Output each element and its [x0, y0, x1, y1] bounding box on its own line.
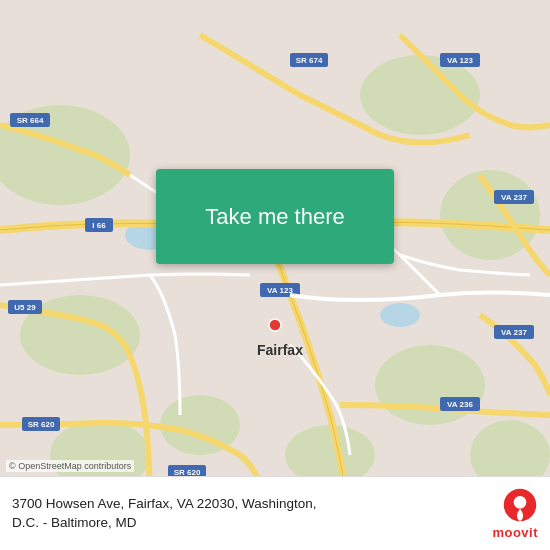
svg-text:VA 123: VA 123 [267, 286, 293, 295]
take-me-there-button[interactable]: Take me there [156, 169, 394, 264]
svg-text:VA 237: VA 237 [501, 193, 527, 202]
svg-text:VA 236: VA 236 [447, 400, 473, 409]
svg-point-11 [380, 303, 420, 327]
moovit-icon [502, 487, 538, 523]
moovit-text: moovit [492, 525, 538, 540]
address-text: 3700 Howsen Ave, Fairfax, VA 22030, Wash… [12, 495, 482, 533]
svg-text:Fairfax: Fairfax [257, 342, 303, 358]
svg-text:SR 620: SR 620 [28, 420, 55, 429]
svg-text:SR 674: SR 674 [296, 56, 323, 65]
svg-point-39 [514, 496, 527, 509]
map-attribution: © OpenStreetMap contributors [6, 460, 134, 472]
map-container: I 66 I 66 VA 123 SR 674 SR 664 VA 123 VA… [0, 0, 550, 550]
info-bar: 3700 Howsen Ave, Fairfax, VA 22030, Wash… [0, 476, 550, 550]
svg-text:U5 29: U5 29 [14, 303, 36, 312]
svg-text:I 66: I 66 [92, 221, 106, 230]
moovit-logo[interactable]: moovit [492, 487, 538, 540]
svg-point-37 [269, 319, 281, 331]
svg-text:VA 123: VA 123 [447, 56, 473, 65]
address-block: 3700 Howsen Ave, Fairfax, VA 22030, Wash… [12, 495, 482, 533]
svg-text:SR 664: SR 664 [17, 116, 44, 125]
svg-text:VA 237: VA 237 [501, 328, 527, 337]
